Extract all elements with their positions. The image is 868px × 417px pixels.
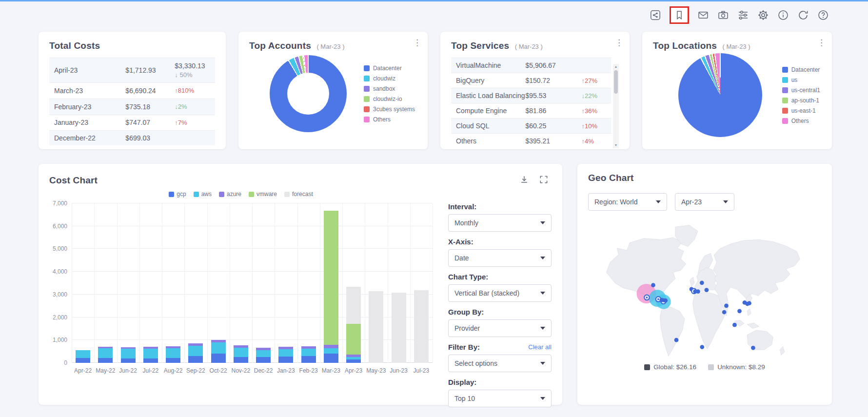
stacked-bar[interactable] <box>143 347 158 363</box>
legend-item[interactable]: Datacenter <box>782 66 820 73</box>
stacked-bar[interactable] <box>346 287 361 363</box>
y-tick-label: 7,000 <box>53 200 67 207</box>
summary-cards-row: Total Costs April-23$1,712.93$3,330.13↓ … <box>39 32 832 149</box>
stacked-bar[interactable] <box>301 346 316 363</box>
legend-item[interactable]: aws <box>194 191 212 198</box>
stacked-bar[interactable] <box>369 291 383 363</box>
map-point[interactable] <box>700 280 704 285</box>
kebab-menu-icon[interactable]: ⋮ <box>413 39 421 47</box>
scroll-up-icon[interactable]: ▲ <box>614 64 618 70</box>
y-tick-label: 5,000 <box>53 245 67 252</box>
interval-dropdown-value: Monthly <box>454 219 478 227</box>
legend-item[interactable]: us-east-1 <box>782 107 820 114</box>
mail-icon[interactable] <box>697 9 709 21</box>
bookmark-icon[interactable] <box>674 9 685 21</box>
legend-item[interactable]: Datacenter <box>364 65 415 72</box>
map-point[interactable] <box>737 309 742 313</box>
bars-layer <box>72 203 433 363</box>
map-point[interactable] <box>646 297 648 298</box>
help-icon[interactable] <box>817 9 829 21</box>
stacked-bar[interactable] <box>121 347 136 363</box>
scrollbar-thumb[interactable] <box>614 70 618 94</box>
kebab-menu-icon[interactable]: ⋮ <box>615 39 623 47</box>
sliders-icon[interactable] <box>737 9 749 21</box>
camera-icon[interactable] <box>717 9 729 21</box>
legend-label: Datacenter <box>373 65 402 72</box>
map-point[interactable] <box>657 298 659 300</box>
x-tick-label: Dec-22 <box>252 367 275 374</box>
scroll-down-icon[interactable]: ▼ <box>614 142 618 148</box>
map-point[interactable] <box>732 323 737 327</box>
legend-item[interactable]: cloudwiz <box>364 75 415 82</box>
legend-item[interactable]: cloudwiz-io <box>364 96 415 102</box>
map-point[interactable] <box>696 289 700 294</box>
cost-chart-actions <box>519 175 549 186</box>
geo-filters: Region: World Apr-23 <box>588 193 821 211</box>
display-dropdown[interactable]: Top 10 <box>448 390 552 407</box>
refresh-icon[interactable] <box>797 9 809 21</box>
kebab-menu-icon[interactable]: ⋮ <box>817 39 826 47</box>
stacked-bar[interactable] <box>278 347 293 363</box>
map-point[interactable] <box>663 298 668 303</box>
card-head: Cost Chart <box>49 173 552 186</box>
top-locations-pie-chart[interactable] <box>678 53 762 137</box>
change-percent: ↑7% <box>175 119 210 127</box>
stacked-bar[interactable] <box>256 348 271 363</box>
stacked-bar[interactable] <box>392 293 406 363</box>
filter-by-dropdown[interactable]: Select options <box>448 355 552 372</box>
legend-item[interactable]: ap-south-1 <box>782 97 820 104</box>
map-point[interactable] <box>724 304 729 308</box>
x-axis-dropdown[interactable]: Date <box>448 249 552 267</box>
chart-type-dropdown[interactable]: Vertical Bar (stacked) <box>448 284 552 302</box>
scrollbar[interactable]: ▲ ▼ <box>613 64 619 148</box>
info-icon[interactable] <box>777 9 789 21</box>
donut-hole <box>287 73 329 115</box>
legend-item[interactable]: gcp <box>169 191 186 198</box>
map-point[interactable] <box>747 301 751 305</box>
map-point[interactable] <box>651 283 655 287</box>
chevron-down-icon <box>540 221 545 224</box>
legend-item[interactable]: us <box>782 77 820 83</box>
legend-item[interactable]: Others <box>364 116 415 123</box>
month-cell: March-23 <box>54 87 125 95</box>
fullscreen-icon[interactable] <box>539 175 549 186</box>
y-tick-label: 1,000 <box>53 337 67 343</box>
legend-swatch <box>364 76 370 81</box>
legend-item[interactable]: sandbox <box>364 85 415 92</box>
legend-swatch <box>169 192 174 197</box>
group-by-dropdown[interactable]: Provider <box>448 319 552 337</box>
legend-item[interactable]: 3cubes systems <box>364 106 415 113</box>
card-head: Top Services ( Mar-23 ) ⋮ <box>451 40 619 51</box>
map-point[interactable] <box>660 298 664 302</box>
stacked-bar[interactable] <box>324 211 338 363</box>
map-point[interactable] <box>722 310 727 315</box>
top-accounts-donut-chart[interactable] <box>270 55 347 132</box>
legend-item[interactable]: azure <box>219 191 241 198</box>
map-point[interactable] <box>674 338 679 342</box>
download-icon[interactable] <box>519 175 529 186</box>
clear-all-link[interactable]: Clear all <box>528 343 552 351</box>
gear-icon[interactable] <box>757 9 769 21</box>
map-point[interactable] <box>751 346 755 350</box>
legend-item[interactable]: vmware <box>249 191 277 198</box>
service-cell: BigQuery <box>456 77 526 84</box>
share-icon[interactable] <box>650 9 661 21</box>
region-dropdown[interactable]: Region: World <box>588 193 667 211</box>
stacked-bar[interactable] <box>98 347 113 363</box>
stacked-bar[interactable] <box>414 290 429 363</box>
map-point[interactable] <box>705 288 709 292</box>
legend-item[interactable]: us-central1 <box>782 87 820 94</box>
legend-item[interactable]: Others <box>782 118 820 124</box>
interval-dropdown[interactable]: Monthly <box>448 214 552 232</box>
stacked-bar[interactable] <box>188 343 203 363</box>
stacked-bar[interactable] <box>76 350 90 363</box>
map-point[interactable] <box>700 345 704 349</box>
legend-item[interactable]: forecast <box>284 191 313 198</box>
stacked-bar[interactable] <box>234 345 248 363</box>
month-dropdown[interactable]: Apr-23 <box>675 193 734 211</box>
stacked-bar[interactable] <box>211 340 226 363</box>
bar-cell <box>162 203 184 363</box>
bar-segment-gcp <box>278 357 293 363</box>
stacked-bar[interactable] <box>166 346 180 363</box>
legend-swatch <box>284 192 290 197</box>
